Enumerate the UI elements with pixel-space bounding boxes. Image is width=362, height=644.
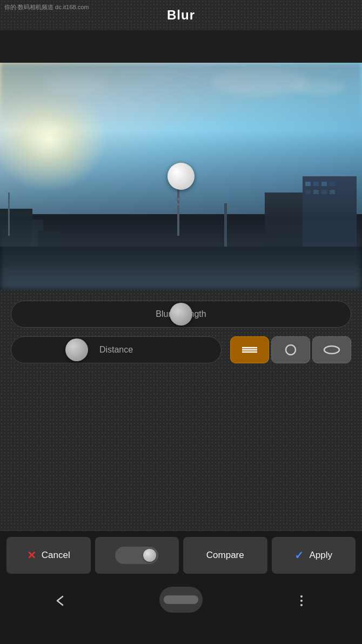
back-nav-button[interactable] [48,588,73,614]
blur-bottom-overlay [0,220,362,290]
action-bar: ✕ Cancel Compare ✓ Apply [0,530,362,579]
blur-strength-slider[interactable]: Blur Strength [11,301,351,328]
svg-rect-7 [177,203,180,205]
svg-rect-11 [313,182,319,186]
svg-rect-17 [330,190,335,194]
svg-rect-12 [321,182,327,186]
nav-bar [0,579,362,644]
svg-point-35 [300,604,303,606]
svg-point-33 [300,595,303,597]
cancel-label: Cancel [42,550,70,561]
blur-type-buttons [230,336,351,363]
home-button[interactable] [159,587,203,613]
distance-thumb[interactable] [65,338,88,361]
watermark: 你的·数码相机频道 dc.it168.com [4,3,89,11]
blur-top-overlay [0,63,362,128]
apply-label: Apply [309,550,332,561]
toggle-button[interactable] [95,537,179,574]
blur-type-linear[interactable] [230,336,269,363]
apply-button[interactable]: ✓ Apply [272,537,356,574]
svg-rect-14 [305,190,311,194]
menu-nav-button[interactable] [289,588,314,614]
distance-row: Distance [11,336,351,363]
svg-point-29 [324,346,339,354]
toggle-knob [143,549,156,562]
page-title: Blur [167,8,195,23]
cityscape-image [0,63,362,290]
svg-rect-15 [313,190,319,194]
svg-rect-6 [176,198,180,200]
blur-control-handle[interactable] [167,163,195,190]
svg-rect-13 [330,182,335,186]
controls-area: Blur Strength Distance [0,290,362,530]
compare-button[interactable]: Compare [183,537,267,574]
svg-point-34 [300,600,303,602]
apply-icon: ✓ [294,549,304,562]
compare-label: Compare [206,550,244,561]
blur-strength-thumb[interactable] [170,303,192,326]
svg-rect-16 [321,190,327,194]
cancel-icon: ✕ [27,549,36,562]
top-dark-area [0,30,362,63]
svg-rect-30 [164,595,198,604]
app-container: 你的·数码相机频道 dc.it168.com Blur [0,0,362,644]
blur-type-circle[interactable] [271,336,310,363]
distance-label: Distance [99,345,133,355]
toggle-switch[interactable] [115,547,158,564]
svg-point-28 [286,345,296,355]
distance-slider[interactable]: Distance [11,336,222,363]
blur-type-ellipse[interactable] [312,336,351,363]
image-container[interactable] [0,63,362,290]
svg-rect-10 [305,182,311,186]
cancel-button[interactable]: ✕ Cancel [6,537,91,574]
